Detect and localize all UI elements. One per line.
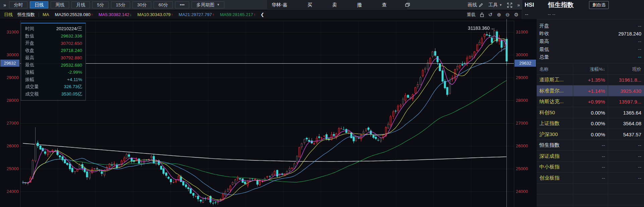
index-price: 3564.08 xyxy=(608,118,644,129)
period-tab-日线[interactable]: 日线 xyxy=(30,1,48,8)
quote-label: 昨收 xyxy=(539,30,549,37)
tooltip-label: 数值 xyxy=(25,33,34,39)
tooltip-label: 最低 xyxy=(25,62,34,68)
tooltip-value: 30702.650 xyxy=(61,41,82,46)
period-tab-月线[interactable]: 月线 xyxy=(71,1,90,8)
reload-button[interactable]: 重载 xyxy=(467,12,476,18)
table-row-深证成指[interactable]: 深证成指---- xyxy=(537,151,644,162)
tooltip-value: 3530.05亿 xyxy=(61,91,82,97)
chart-area: 3100030000290002800027000260002500024000… xyxy=(0,19,537,207)
trade-button-撤[interactable]: 撤 xyxy=(357,2,362,8)
index-price: -- xyxy=(608,151,644,161)
chart-tools-group: 画线 工具 ▼ » xyxy=(468,0,520,10)
index-change xyxy=(573,194,608,205)
quote-row-总量: 总量-- xyxy=(537,53,644,61)
legend-collapse-icon[interactable]: ❮ xyxy=(261,12,264,17)
trade-button-卖[interactable]: 卖 xyxy=(332,2,337,8)
index-change: 0.00% xyxy=(573,118,608,129)
ma-value-label: MA10:30343.079 xyxy=(138,12,171,17)
column-header-price[interactable]: 现价 xyxy=(608,65,644,74)
symbol-name: 恒生指数 xyxy=(548,1,574,9)
ma-group-label[interactable]: MA xyxy=(43,12,49,17)
table-row-上证指数[interactable]: 上证指数0.00%3564.08 xyxy=(537,118,644,129)
index-name xyxy=(537,194,573,205)
draw-line-label: 画线 xyxy=(468,2,477,8)
column-header-name[interactable]: 名称 xyxy=(537,65,573,74)
table-row-道琼斯工...[interactable]: 道琼斯工...+1.35%31961.8... xyxy=(537,75,644,86)
annotation-arrow-icon: → xyxy=(490,25,494,31)
tooltip-row: 最低29532.680 xyxy=(25,61,82,69)
ma-legend-item: MA21:29727.797↑ xyxy=(179,12,214,17)
index-change xyxy=(573,184,608,194)
multi-period-tab[interactable]: 多周期图 ▼ xyxy=(192,1,224,8)
quote-label: 最高 xyxy=(539,38,549,45)
index-price: 1365.64 xyxy=(608,107,644,118)
index-name: 道琼斯工... xyxy=(537,75,573,85)
period-tab-60分[interactable]: 60分 xyxy=(154,1,173,8)
fullscreen-icon[interactable] xyxy=(507,3,512,8)
arrow-up-icon: ↑ xyxy=(254,12,256,17)
y-axis-label: 31000 xyxy=(0,29,19,34)
gear-icon[interactable]: ⚙ xyxy=(514,12,519,18)
table-row-科创50[interactable]: 科创500.00%1365.64 xyxy=(537,107,644,118)
y-axis-label: 31000 xyxy=(516,29,528,34)
table-row-纳斯达克...[interactable]: 纳斯达克...+0.99%13597.9... xyxy=(537,96,644,108)
period-tab-周线[interactable]: 周线 xyxy=(51,1,69,8)
table-row-创业板指[interactable]: 创业板指---- xyxy=(537,172,644,184)
period-tab-•••[interactable]: ••• xyxy=(175,1,189,8)
quote-row-开盘: 开盘-- xyxy=(537,22,644,30)
table-row-沪深300[interactable]: 沪深3000.00%5437.57 xyxy=(537,129,644,140)
tooltip-value: 30792.880 xyxy=(61,55,82,60)
trade-button-查[interactable]: 查 xyxy=(382,2,387,8)
remove-watchlist-button[interactable]: 删自选 xyxy=(589,1,609,9)
cursor-price-badge-left: 29632 xyxy=(0,60,19,67)
window-restore-icon[interactable] xyxy=(405,3,410,7)
index-name: 中小板指 xyxy=(537,162,573,172)
period-tab-15分[interactable]: 15分 xyxy=(111,1,130,8)
index-price: -- xyxy=(608,172,644,183)
tooltip-row: 成交额3530.05亿 xyxy=(25,90,82,98)
table-header-row: 名称涨幅%↓现价 xyxy=(537,65,644,75)
multi-period-label: 多周期图 xyxy=(196,2,214,8)
tooltip-label: 开盘 xyxy=(25,40,34,46)
zoom-in-icon[interactable]: ⊕ xyxy=(497,12,501,18)
unlock-icon[interactable] xyxy=(480,12,484,17)
zoom-out-icon[interactable]: ⊖ xyxy=(505,12,510,18)
table-row-标准普尔...[interactable]: 标准普尔...+1.14%3925.430 xyxy=(537,85,644,96)
y-axis-label: 24000 xyxy=(0,189,19,194)
legend-symbol-label: 恒生指数 xyxy=(17,12,35,18)
period-tab-分时[interactable]: 分时 xyxy=(9,1,28,8)
index-price: -- xyxy=(608,140,644,151)
period-tab-30分[interactable]: 30分 xyxy=(132,1,152,8)
draw-line-button[interactable]: 画线 xyxy=(468,2,483,8)
chevron-down-icon: ▼ xyxy=(217,2,220,8)
column-header-change[interactable]: 涨幅%↓ xyxy=(573,65,608,74)
ma-value-label: MA5:30382.142 xyxy=(99,12,129,17)
index-name: 沪深300 xyxy=(537,129,573,140)
index-name: 标准普尔... xyxy=(537,85,573,96)
collapse-right-icon[interactable]: » xyxy=(517,2,520,8)
quote-row-最高: 最高-- xyxy=(537,38,644,45)
index-change: 0.00% xyxy=(573,107,608,118)
tooltip-row: 开盘30702.650 xyxy=(25,40,82,47)
index-price xyxy=(608,205,644,207)
y-axis-label: 27000 xyxy=(0,121,19,126)
y-axis-label: 25000 xyxy=(516,166,528,171)
table-row-恒生指数[interactable]: 恒生指数---- xyxy=(537,140,644,151)
undo-icon[interactable]: ↺ xyxy=(488,12,493,18)
expand-left-icon[interactable]: » xyxy=(3,2,6,8)
y-axis-label: 30000 xyxy=(516,52,528,57)
broker-account-button[interactable]: 华林-嘉 xyxy=(272,2,287,8)
market-panel: 开盘--昨收29718.240最高--最低--总量-- 名称涨幅%↓现价 道琼斯… xyxy=(537,19,644,207)
ma-legend-item: MA10:30343.079↑ xyxy=(138,12,173,17)
period-tab-5分[interactable]: 5分 xyxy=(92,1,109,8)
symbol-panel-header: HSI 恒生指数 删自选 -- -- -- xyxy=(522,0,644,19)
arrow-down-icon: ↓ xyxy=(130,12,132,17)
legend-period-label: 日线 xyxy=(4,12,13,18)
arrow-up-icon: ↑ xyxy=(91,12,93,17)
y-axis-label: 27000 xyxy=(516,121,528,126)
table-row-中小板指[interactable]: 中小板指---- xyxy=(537,162,644,173)
current-price-placeholder: -- xyxy=(525,11,548,17)
tools-menu-button[interactable]: 工具 ▼ xyxy=(488,2,502,8)
trade-button-买[interactable]: 买 xyxy=(308,2,312,8)
